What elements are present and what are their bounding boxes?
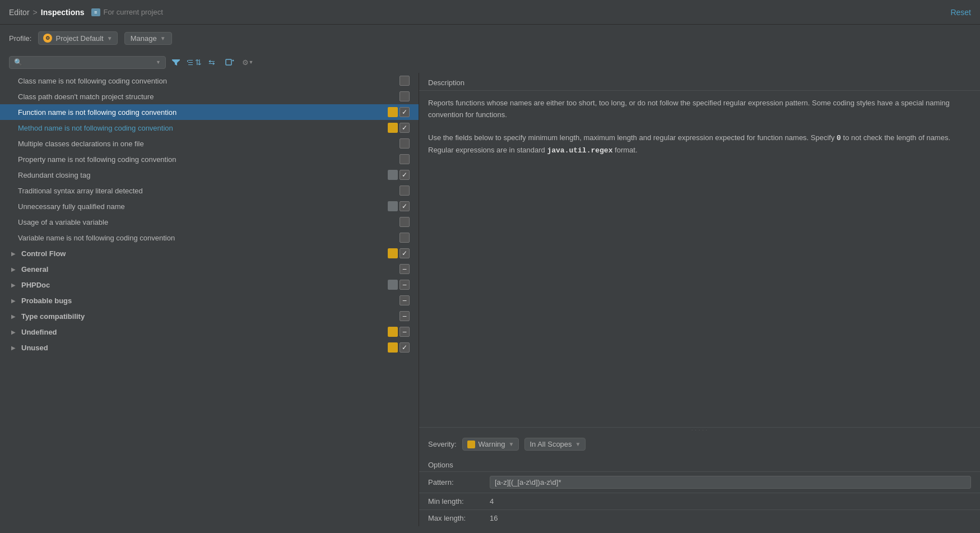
checkbox-checked[interactable] [400,201,410,211]
checkbox-dash[interactable] [400,327,410,337]
list-item-text: Redundant closing tag [18,171,388,179]
checkbox[interactable] [400,186,410,196]
desc-bold-0: 0 [837,134,841,142]
expand-all-button[interactable]: ⇅ [186,55,202,69]
list-item-text: Class path doesn't match project structu… [18,92,388,101]
list-item[interactable]: Unnecessary fully qualified name [0,198,419,214]
item-controls [388,217,410,227]
search-box[interactable]: 🔍 ▼ [9,56,166,69]
item-controls [388,91,410,101]
severity-empty [388,295,398,305]
severity-row: Severity: Warning ▼ In All Scopes ▼ [419,432,980,456]
max-length-row: Max length: 16 [419,509,980,526]
checkbox-checked[interactable] [400,123,410,133]
checkbox-dash[interactable] [400,264,410,274]
checkbox-checked[interactable] [400,342,410,353]
desc-final: format. [612,146,637,154]
list-item-text: Traditional syntax array literal detecte… [18,187,388,195]
severity-dot-orange [388,107,398,117]
min-length-label: Min length: [428,497,484,506]
list-item-text: Multiple classes declarations in one fil… [18,140,388,148]
profile-chevron-icon: ▼ [107,35,113,41]
severity-select[interactable]: Warning ▼ [462,438,519,451]
checkbox-checked[interactable] [400,248,410,258]
category-name: Type compatibility [21,312,388,321]
scope-select[interactable]: In All Scopes ▼ [524,438,586,451]
header: Editor > Inspections ≡ For current proje… [0,0,980,25]
scope-value: In All Scopes [530,440,572,448]
category-unused[interactable]: ▶ Unused [0,340,419,355]
severity-empty [388,217,398,227]
svg-rect-0 [226,59,231,65]
profile-icon: ⚙ [43,34,52,43]
item-controls [388,154,410,164]
list-item-text: Class name is not following coding conve… [18,77,388,85]
severity-empty [388,154,398,164]
pattern-value[interactable]: [a-z][(_[a-z\d])a-z\d]* [490,476,971,489]
profile-label: Profile: [9,34,31,43]
checkbox-dash[interactable] [400,280,410,290]
profile-dropdown[interactable]: ⚙ Project Default ▼ [38,31,117,45]
checkbox-checked[interactable] [400,170,410,180]
checkbox[interactable] [400,233,410,243]
list-item[interactable]: Usage of a variable variable [0,214,419,230]
item-controls [388,186,410,196]
item-controls [388,170,410,180]
list-item[interactable]: Traditional syntax array literal detecte… [0,183,419,198]
checkbox[interactable] [400,154,410,164]
max-length-value[interactable]: 16 [490,514,971,522]
toolbar: 🔍 ▼ ⇅ ⇆ ⚙ ▼ [0,52,980,73]
category-control-flow[interactable]: ▶ Control Flow [0,245,419,261]
item-controls [388,248,410,258]
pattern-row: Pattern: [a-z][(_[a-z\d])a-z\d]* [419,471,980,493]
severity-dot-gray [388,170,398,180]
list-item[interactable]: Class path doesn't match project structu… [0,89,419,104]
checkbox-checked[interactable] [400,107,410,117]
list-item[interactable]: Multiple classes declarations in one fil… [0,136,419,151]
breadcrumb-sep: > [33,8,38,17]
options-header: Options [419,456,980,471]
list-item[interactable]: Class name is not following coding conve… [0,73,419,89]
severity-dot-gray [388,280,398,290]
checkbox-dash[interactable] [400,311,410,321]
category-undefined[interactable]: ▶ Undefined [0,324,419,340]
list-item[interactable]: Variable name is not following coding co… [0,230,419,245]
severity-color-indicator [467,441,475,448]
checkbox[interactable] [400,217,410,227]
severity-dot-orange [388,327,398,337]
severity-empty [388,186,398,196]
breadcrumb: Editor > Inspections ≡ For current proje… [9,8,163,17]
category-probable-bugs[interactable]: ▶ Probable bugs [0,293,419,308]
clear-button[interactable] [222,55,238,69]
settings-button[interactable]: ⚙ ▼ [240,55,256,69]
checkbox[interactable] [400,91,410,101]
category-type-compatibility[interactable]: ▶ Type compatibility [0,308,419,324]
severity-chevron-icon: ▼ [509,441,514,447]
checkbox-dash[interactable] [400,295,410,305]
expand-icon: ▶ [9,280,18,289]
checkbox[interactable] [400,138,410,149]
expand-icon: ▶ [9,296,18,305]
list-item[interactable]: Method name is not following coding conv… [0,120,419,136]
reset-button[interactable]: Reset [950,8,971,17]
severity-dot-orange [388,342,398,353]
list-item[interactable]: Property name is not following coding co… [0,151,419,167]
list-item-selected[interactable]: Function name is not following coding co… [0,104,419,120]
checkbox[interactable] [400,76,410,86]
min-length-value[interactable]: 4 [490,497,971,506]
list-item[interactable]: Redundant closing tag [0,167,419,183]
scope-chevron-icon: ▼ [575,441,581,447]
item-controls [388,76,410,86]
resize-handle[interactable]: · · · · · [419,428,980,432]
left-panel: Class name is not following coding conve… [0,73,419,526]
manage-label: Manage [131,34,157,43]
breadcrumb-inspections: Inspections [41,8,85,17]
filter-button[interactable] [168,55,184,69]
category-name: Probable bugs [21,296,388,305]
description-header: Description [419,73,980,91]
manage-dropdown[interactable]: Manage ▼ [124,32,172,45]
category-general[interactable]: ▶ General [0,261,419,277]
search-input[interactable] [25,58,154,67]
collapse-all-button[interactable]: ⇆ [204,55,220,69]
category-phpdoc[interactable]: ▶ PHPDoc [0,277,419,293]
